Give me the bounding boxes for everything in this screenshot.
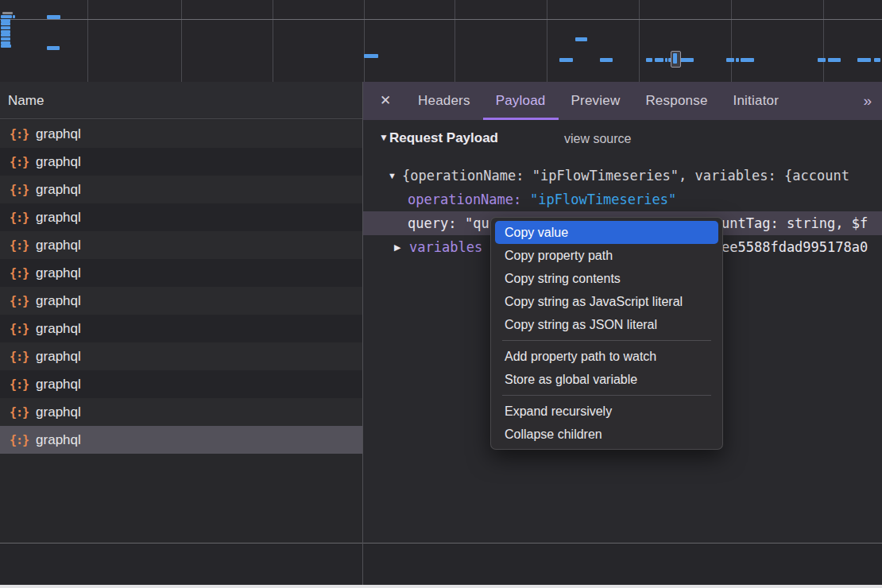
overview-gridline xyxy=(181,0,182,82)
waterfall-bar xyxy=(13,15,15,18)
menu-item[interactable]: Add property path to watch xyxy=(495,345,718,368)
waterfall-bar xyxy=(736,58,739,62)
request-name: graphql xyxy=(36,210,81,226)
expand-arrow-icon[interactable]: ▼ xyxy=(388,164,397,188)
overview-gridline xyxy=(731,0,732,82)
tab-initiator[interactable]: Initiator xyxy=(721,82,792,120)
menu-item[interactable]: Copy value xyxy=(495,221,718,244)
menu-separator xyxy=(502,395,711,396)
request-row[interactable]: {:}graphql xyxy=(0,426,362,454)
collapse-arrow-icon[interactable]: ▶ xyxy=(394,235,400,259)
request-name: graphql xyxy=(36,126,81,142)
waterfall-bar xyxy=(575,37,587,41)
waterfall-bar xyxy=(1,44,11,48)
overview-gridline xyxy=(455,0,455,82)
menu-item[interactable]: Expand recursively xyxy=(495,400,718,423)
waterfall-bar xyxy=(741,58,754,62)
waterfall-bar xyxy=(47,15,60,19)
waterfall-bar xyxy=(818,58,826,62)
request-payload-section-header: ▼ Request Payload view source xyxy=(363,120,882,164)
request-row[interactable]: {:}graphql xyxy=(0,370,362,398)
request-row[interactable]: {:}graphql xyxy=(0,176,362,203)
json-braces-icon: {:} xyxy=(10,266,29,280)
view-source-link[interactable]: view source xyxy=(564,132,631,146)
context-menu: Copy valueCopy property pathCopy string … xyxy=(490,217,723,450)
waterfall-bar xyxy=(857,58,871,62)
menu-item[interactable]: Copy property path xyxy=(495,244,718,267)
property-value-right: untTag: string, $f xyxy=(721,211,868,235)
request-row[interactable]: {:}graphql xyxy=(0,342,362,370)
overview-gridline xyxy=(639,0,640,82)
property-key: operationName: xyxy=(408,188,521,211)
property-value-left: "qu xyxy=(465,211,489,235)
request-name: graphql xyxy=(36,404,81,420)
payload-operationname-row[interactable]: operationName: "ipFlowTimeseries" xyxy=(363,188,882,211)
overview-gridline xyxy=(273,0,273,82)
waterfall-bar xyxy=(1,15,12,18)
tab-list: HeadersPayloadPreviewResponseInitiator xyxy=(405,82,791,120)
json-braces-icon: {:} xyxy=(10,155,29,169)
waterfall-bar xyxy=(680,58,694,62)
menu-item[interactable]: Copy string as JavaScript literal xyxy=(495,290,718,313)
name-column-header[interactable]: Name xyxy=(0,82,362,119)
section-collapse-icon[interactable]: ▼ xyxy=(379,132,389,143)
request-row[interactable]: {:}graphql xyxy=(0,315,362,342)
overview-gridline xyxy=(87,0,88,82)
request-name: graphql xyxy=(36,293,81,309)
menu-separator xyxy=(502,340,711,341)
request-name: graphql xyxy=(36,432,81,448)
request-row[interactable]: {:}graphql xyxy=(0,148,362,176)
waterfall-bar xyxy=(364,54,378,58)
waterfall-bar xyxy=(874,58,880,62)
waterfall-bar xyxy=(1,26,10,29)
more-tabs-icon[interactable]: » xyxy=(863,82,882,120)
status-footer xyxy=(0,543,882,585)
tab-preview[interactable]: Preview xyxy=(559,82,633,120)
request-row[interactable]: {:}graphql xyxy=(0,120,362,148)
request-name: graphql xyxy=(36,238,81,253)
json-braces-icon: {:} xyxy=(10,433,29,447)
request-name: graphql xyxy=(36,182,81,198)
json-braces-icon: {:} xyxy=(10,405,29,420)
payload-preview-row[interactable]: ▼ {operationName: "ipFlowTimeseries", va… xyxy=(363,164,882,188)
overview-baseline xyxy=(0,19,882,20)
property-key: query: xyxy=(408,211,456,235)
menu-item[interactable]: Copy string contents xyxy=(495,267,718,290)
request-row[interactable]: {:}graphql xyxy=(0,203,362,231)
request-row[interactable]: {:}graphql xyxy=(0,287,362,315)
close-icon[interactable]: ✕ xyxy=(379,82,392,120)
overview-gridline xyxy=(364,0,365,82)
network-overview-strip[interactable] xyxy=(0,0,882,83)
request-list-empty-area xyxy=(0,454,362,543)
request-row[interactable]: {:}graphql xyxy=(0,398,362,426)
details-tab-bar: ✕ HeadersPayloadPreviewResponseInitiator… xyxy=(363,82,882,120)
request-name: graphql xyxy=(36,349,81,365)
menu-item[interactable]: Store as global variable xyxy=(495,368,718,391)
request-row[interactable]: {:}graphql xyxy=(0,231,362,259)
waterfall-bar xyxy=(828,58,841,62)
request-list: {:}graphql{:}graphql{:}graphql{:}graphql… xyxy=(0,120,362,454)
json-braces-icon: {:} xyxy=(10,183,29,197)
json-braces-icon: {:} xyxy=(10,322,29,336)
waterfall-bar xyxy=(1,33,10,37)
window-bottom-edge xyxy=(0,585,882,588)
json-braces-icon: {:} xyxy=(10,127,29,141)
object-preview-text: {operationName: "ipFlowTimeseries", vari… xyxy=(402,164,849,188)
menu-item[interactable]: Collapse children xyxy=(495,423,718,446)
request-row[interactable]: {:}graphql xyxy=(0,259,362,287)
waterfall-bar xyxy=(47,46,60,50)
menu-item[interactable]: Copy string as JSON literal xyxy=(495,313,718,336)
request-name: graphql xyxy=(36,265,81,281)
tab-headers[interactable]: Headers xyxy=(405,82,483,120)
tab-payload[interactable]: Payload xyxy=(483,82,559,120)
panel-splitter[interactable] xyxy=(362,82,363,585)
tab-response[interactable]: Response xyxy=(632,82,720,120)
waterfall-bar xyxy=(673,53,677,64)
json-braces-icon: {:} xyxy=(10,377,29,392)
property-value-right: ee5588fdad995178a0 xyxy=(721,235,868,259)
waterfall-bar xyxy=(1,22,10,25)
json-braces-icon: {:} xyxy=(10,211,29,225)
waterfall-bar xyxy=(600,58,613,62)
waterfall-bar xyxy=(559,58,573,62)
waterfall-bar xyxy=(646,58,652,62)
